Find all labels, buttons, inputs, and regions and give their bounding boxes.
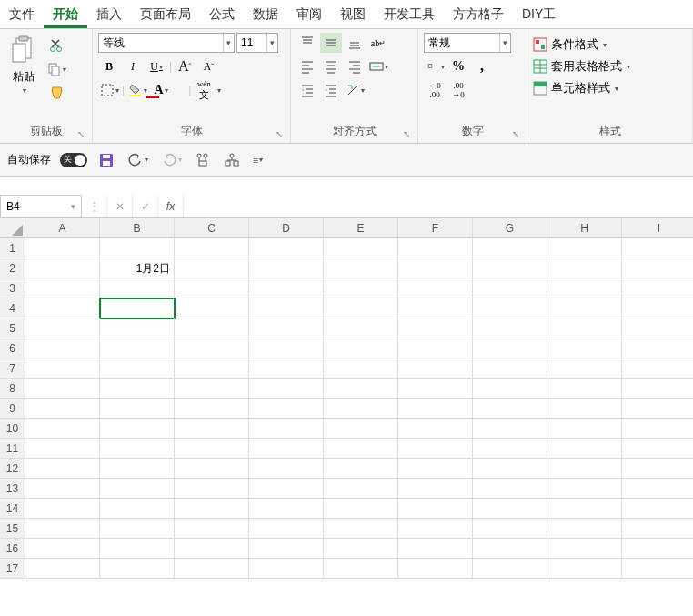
cell-C1[interactable] [175, 238, 249, 258]
row-header-5[interactable]: 5 [0, 318, 25, 338]
select-all-corner[interactable] [0, 218, 25, 238]
row-header-12[interactable]: 12 [0, 459, 25, 479]
align-left-button[interactable] [296, 56, 318, 76]
font-size-input[interactable] [237, 36, 266, 49]
row-header-11[interactable]: 11 [0, 439, 25, 459]
autosave-toggle[interactable]: 关 [60, 153, 87, 167]
cell-A17[interactable] [25, 559, 100, 579]
cell-E13[interactable] [324, 479, 398, 499]
font-name-combo[interactable]: ▾ [98, 33, 235, 53]
row-header-7[interactable]: 7 [0, 358, 25, 379]
formula-input[interactable] [184, 195, 693, 217]
cell-I4[interactable] [622, 298, 693, 318]
cell-A6[interactable] [25, 338, 100, 358]
cell-A10[interactable] [25, 419, 100, 439]
format-painter-button[interactable] [45, 84, 68, 102]
align-bottom-button[interactable] [344, 33, 366, 53]
cancel-formula-button[interactable]: ✕ [107, 195, 133, 217]
cell-A8[interactable] [25, 379, 100, 399]
cell-G4[interactable] [473, 298, 547, 318]
enter-formula-button[interactable]: ✓ [133, 195, 158, 217]
grow-font-button[interactable]: Aˆ [174, 56, 196, 76]
cell-G2[interactable] [473, 258, 547, 278]
cell-I10[interactable] [622, 419, 693, 439]
column-header-C[interactable]: C [175, 218, 249, 238]
column-header-G[interactable]: G [473, 218, 547, 238]
cell-I2[interactable] [622, 258, 693, 278]
undo-button[interactable]: ▾ [126, 150, 150, 170]
cell-C9[interactable] [175, 399, 249, 419]
increase-indent-button[interactable] [320, 80, 342, 100]
wrap-text-button[interactable]: ab↵ [367, 33, 389, 53]
bold-button[interactable]: B [98, 56, 120, 76]
cell-I13[interactable] [622, 479, 693, 499]
row-header-13[interactable]: 13 [0, 479, 25, 499]
cell-I3[interactable] [622, 278, 693, 298]
chevron-down-icon[interactable]: ▾ [71, 202, 75, 211]
cell-E6[interactable] [324, 338, 398, 358]
cell-B7[interactable] [100, 358, 175, 379]
cell-B2[interactable]: 1月2日 [100, 258, 175, 278]
format-as-table-button[interactable]: 套用表格格式▾ [533, 56, 630, 76]
number-launcher-icon[interactable]: ⤡ [512, 129, 519, 139]
cell-A5[interactable] [25, 318, 100, 338]
column-header-I[interactable]: I [622, 218, 693, 238]
row-header-3[interactable]: 3 [0, 278, 25, 298]
cell-A4[interactable] [25, 298, 100, 318]
cell-E2[interactable] [324, 258, 398, 278]
column-header-F[interactable]: F [398, 218, 473, 238]
cell-H7[interactable] [547, 358, 622, 379]
cell-D15[interactable] [249, 519, 324, 539]
cell-F12[interactable] [398, 459, 473, 479]
cell-G1[interactable] [473, 238, 547, 258]
qat-tool2-button[interactable] [222, 150, 242, 170]
cell-G14[interactable] [473, 499, 547, 519]
paste-dropdown-icon[interactable]: ▾ [22, 86, 26, 95]
cell-H16[interactable] [547, 539, 622, 559]
align-middle-button[interactable] [320, 33, 342, 53]
cell-I1[interactable] [622, 238, 693, 258]
cell-A14[interactable] [25, 499, 100, 519]
row-header-9[interactable]: 9 [0, 399, 25, 419]
cell-G9[interactable] [473, 399, 547, 419]
tab-diy[interactable]: DIY工 [513, 0, 565, 28]
cell-A13[interactable] [25, 479, 100, 499]
borders-button[interactable]: ▾ [98, 80, 120, 100]
cell-C13[interactable] [175, 479, 249, 499]
tab-insert[interactable]: 插入 [87, 0, 131, 28]
cell-C5[interactable] [175, 318, 249, 338]
cell-B17[interactable] [100, 559, 175, 579]
clipboard-launcher-icon[interactable]: ⤡ [77, 129, 85, 139]
cell-C7[interactable] [175, 358, 249, 379]
cell-D13[interactable] [249, 479, 324, 499]
cell-C6[interactable] [175, 338, 249, 358]
cell-B16[interactable] [100, 539, 175, 559]
tab-data[interactable]: 数据 [244, 0, 287, 28]
cell-F13[interactable] [398, 479, 473, 499]
cell-H13[interactable] [547, 479, 622, 499]
chevron-down-icon[interactable]: ▾ [499, 34, 510, 52]
cell-H10[interactable] [547, 419, 622, 439]
italic-button[interactable]: I [122, 56, 144, 76]
cell-I12[interactable] [622, 459, 693, 479]
align-right-button[interactable] [344, 56, 366, 76]
cell-I6[interactable] [622, 338, 693, 358]
align-center-button[interactable] [320, 56, 342, 76]
conditional-format-button[interactable]: 条件格式▾ [533, 35, 607, 55]
column-header-E[interactable]: E [324, 218, 398, 238]
cell-C17[interactable] [175, 559, 249, 579]
column-header-D[interactable]: D [249, 218, 324, 238]
tab-review[interactable]: 审阅 [287, 0, 331, 28]
currency-button[interactable]: ¤▾ [424, 56, 446, 76]
cell-F15[interactable] [398, 519, 473, 539]
cell-C12[interactable] [175, 459, 249, 479]
decrease-indent-button[interactable] [296, 80, 318, 100]
cell-H2[interactable] [547, 258, 622, 278]
cell-G13[interactable] [473, 479, 547, 499]
align-top-button[interactable] [296, 33, 318, 53]
cell-C10[interactable] [175, 419, 249, 439]
qat-tool1-button[interactable] [193, 150, 213, 170]
cell-G12[interactable] [473, 459, 547, 479]
cell-G6[interactable] [473, 338, 547, 358]
increase-decimal-button[interactable]: ←0.00 [424, 80, 446, 100]
